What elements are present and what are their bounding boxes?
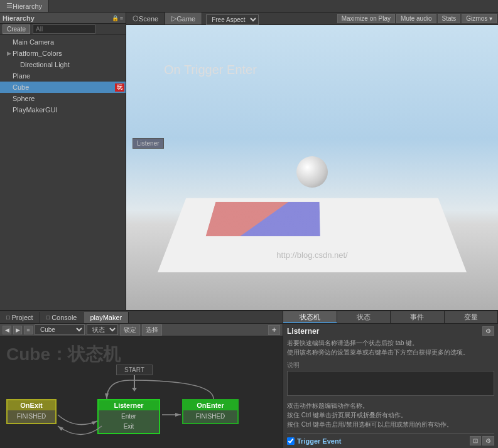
- cube-badge: 玩: [115, 83, 124, 92]
- hier-item-directional-light[interactable]: Directional Light: [0, 59, 126, 70]
- listerner-title: Listerner: [99, 400, 159, 410]
- hier-item-main-camera[interactable]: Main Camera: [0, 36, 126, 48]
- scene-icon: ⬡: [133, 14, 139, 23]
- aspect-select[interactable]: Free Aspect: [206, 14, 259, 25]
- create-bar: Create: [0, 24, 126, 35]
- top-bar: ☰ Hierarchy: [0, 0, 498, 13]
- watermark: http://blog.csdn.net/: [276, 250, 347, 260]
- listerner-line1: Enter: [102, 412, 155, 422]
- listerner-line2: Exit: [102, 422, 155, 432]
- hier-item-cube[interactable]: Cube 玩: [0, 82, 126, 93]
- inspector-content: Listerner ⚙ 若要快速编辑名称请选择一个状态后按 tab 键。 使用该…: [283, 324, 498, 448]
- start-label: START: [116, 365, 153, 375]
- pm-prev-btn[interactable]: ◀: [3, 326, 11, 334]
- tab-game[interactable]: ▷ Game: [165, 13, 202, 24]
- game-view: On Trigger Enter Listener http://blog.cs…: [126, 25, 498, 310]
- right-tab-variables[interactable]: 变量: [445, 311, 499, 323]
- bottom-tabs: □ Project □ Console playMaker: [0, 311, 283, 324]
- pm-state-select[interactable]: 状态机: [87, 324, 118, 335]
- fsm-node-listerner[interactable]: Listerner Enter Exit: [97, 399, 160, 434]
- on-trigger-text: On Trigger Enter: [164, 63, 257, 77]
- hier-label-platform-colors: Platform_Colors: [13, 50, 62, 57]
- pm-list-btn[interactable]: ≡: [24, 326, 33, 334]
- sphere-object: [296, 156, 328, 188]
- onexit-title: OnExit: [8, 400, 55, 410]
- hier-label-plane: Plane: [13, 72, 30, 80]
- stats-btn[interactable]: Stats: [438, 14, 461, 23]
- hierarchy-header: Hierarchy 🔒 ≡: [0, 13, 126, 24]
- listener-name: Listerner: [287, 327, 319, 336]
- desc-label: 说明: [287, 361, 494, 370]
- playmaker-canvas[interactable]: Cube：状态机 START OnExit FINISHED Listerner…: [0, 336, 283, 448]
- gizmos-btn[interactable]: Gizmos ▾: [462, 14, 497, 23]
- fsm-start-node: START: [116, 365, 153, 392]
- hier-item-platform-colors[interactable]: ▶ Platform_Colors: [0, 48, 126, 59]
- section-divider: [287, 433, 494, 434]
- fsm-node-onexit[interactable]: OnExit FINISHED: [6, 399, 57, 424]
- trigger-copy-btn[interactable]: ⊡: [470, 436, 481, 445]
- trigger-enable-checkbox[interactable]: [287, 437, 295, 445]
- desc-textarea[interactable]: [287, 371, 494, 396]
- right-tab-statemachine[interactable]: 状态机: [283, 311, 337, 323]
- bottom-panel: □ Project □ Console playMaker ◀ ▶ ≡ Cube…: [0, 310, 498, 448]
- mute-btn[interactable]: Mute audio: [396, 14, 436, 23]
- hint-text: 若要快速编辑名称请选择一个状态后按 tab 键。 使用该名称旁边的设置菜单或右键…: [287, 338, 494, 357]
- menu-icon[interactable]: ≡: [120, 15, 123, 21]
- lock-icon[interactable]: 🔒: [112, 15, 119, 21]
- tab-console[interactable]: □ Console: [40, 312, 84, 323]
- trigger-title: Trigger Event: [297, 437, 341, 445]
- playmaker-toolbar: ◀ ▶ ≡ Cube 状态机 锁定 选择 +: [0, 324, 283, 336]
- listener-badge: Listener: [133, 138, 164, 149]
- search-input[interactable]: [33, 24, 95, 34]
- hierarchy-icon: ☰: [6, 2, 13, 10]
- hier-label-cube: Cube: [13, 83, 29, 91]
- tab-scene[interactable]: ⬡ Scene: [126, 13, 165, 24]
- hier-item-playmakergui[interactable]: PlayMakerGUI: [0, 104, 126, 115]
- hierarchy-tab[interactable]: ☰ Hierarchy: [0, 0, 49, 12]
- hierarchy-title: Hierarchy: [3, 14, 35, 22]
- pm-title: Cube：状态机: [6, 343, 121, 366]
- pm-lock-btn[interactable]: 锁定: [120, 324, 140, 336]
- hier-item-sphere[interactable]: Sphere: [0, 93, 126, 104]
- trigger-header: Trigger Event ⊡ ⚙: [287, 436, 494, 445]
- inspector-panel: 状态机 状态 事件 变量 Listerner ⚙ 若要快速编辑名称请选择一个状态…: [283, 311, 498, 448]
- onenter-title: OnEnter: [183, 400, 237, 410]
- trigger-section: Trigger Event ⊡ ⚙ Trigger On Trigger Exi…: [287, 436, 494, 448]
- start-arrow: [134, 375, 135, 388]
- hierarchy-panel: Hierarchy 🔒 ≡ Create Main Camera ▶ Platf…: [0, 13, 126, 310]
- listerner-body: Enter Exit: [99, 410, 159, 433]
- trigger-icons: ⊡ ⚙: [470, 436, 494, 445]
- trigger-gear-btn[interactable]: ⚙: [482, 436, 494, 445]
- right-tab-events[interactable]: 事件: [391, 311, 445, 323]
- hierarchy-items: Main Camera ▶ Platform_Colors Directiona…: [0, 35, 126, 310]
- ground-plane: [158, 198, 467, 272]
- hier-item-plane[interactable]: Plane: [0, 70, 126, 82]
- pm-select-btn[interactable]: 选择: [142, 324, 162, 336]
- pm-cube-select[interactable]: Cube: [35, 324, 85, 335]
- right-tab-state[interactable]: 状态: [337, 311, 391, 323]
- hier-label-playmakergui: PlayMakerGUI: [13, 106, 58, 114]
- onexit-body: FINISHED: [8, 410, 55, 423]
- tab-project[interactable]: □ Project: [0, 312, 40, 323]
- settings-gear-btn[interactable]: ⚙: [482, 326, 494, 336]
- action-hint: 双击动作标题编辑动作名称。 按住 Ctrl 键单击折页展开或折叠所有动作。 按住…: [287, 401, 494, 429]
- listener-settings: ⚙: [482, 326, 494, 336]
- console-icon: □: [46, 314, 50, 321]
- scene-tabs: ⬡ Scene ▷ Game Free Aspect Maximize on P…: [126, 13, 498, 25]
- main-layout: Hierarchy 🔒 ≡ Create Main Camera ▶ Platf…: [0, 13, 498, 310]
- colored-mat: [206, 202, 320, 236]
- scene-area: ⬡ Scene ▷ Game Free Aspect Maximize on P…: [126, 13, 498, 310]
- project-icon: □: [6, 314, 9, 321]
- listener-header: Listerner ⚙: [287, 326, 494, 336]
- game-icon: ▷: [171, 14, 176, 23]
- fsm-node-onenter[interactable]: OnEnter FINISHED: [182, 399, 239, 424]
- header-icons: 🔒 ≡: [112, 15, 123, 21]
- maximize-btn[interactable]: Maximize on Play: [337, 14, 395, 23]
- pm-add-btn[interactable]: +: [268, 325, 280, 335]
- create-button[interactable]: Create: [3, 24, 30, 34]
- onenter-body: FINISHED: [183, 410, 237, 423]
- pm-next-btn[interactable]: ▶: [13, 326, 22, 334]
- start-arrowhead: [132, 388, 137, 392]
- tab-playmaker[interactable]: playMaker: [84, 312, 129, 323]
- scene-content: On Trigger Enter Listener http://blog.cs…: [126, 25, 498, 310]
